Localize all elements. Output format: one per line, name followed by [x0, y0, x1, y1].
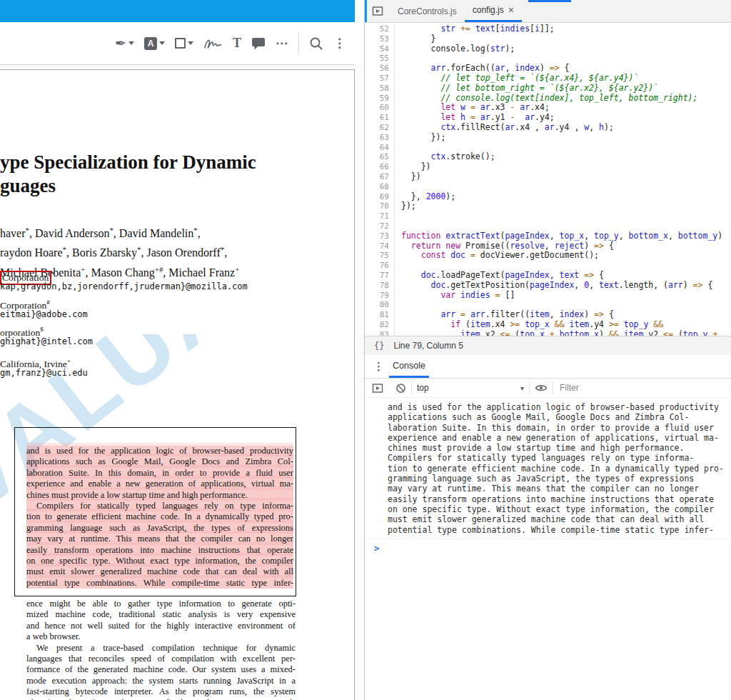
javascript-context-select[interactable]: top ▾ [417, 383, 524, 393]
code-text: return new Promise((resolve, reject) => … [395, 241, 614, 251]
comment-tool-button[interactable] [251, 36, 266, 50]
abstract-highlighted-line: potential type combinations. While compi… [26, 578, 293, 589]
line-number[interactable]: 61 [365, 113, 395, 123]
code-text [395, 221, 401, 231]
code-line[interactable]: 69 }, 2000); [365, 192, 731, 202]
line-number[interactable]: 59 [365, 94, 395, 104]
show-console-sidebar-button[interactable] [370, 383, 385, 394]
line-number[interactable]: 80 [365, 300, 395, 310]
line-number[interactable]: 63 [365, 133, 395, 143]
line-number[interactable]: 75 [365, 251, 395, 261]
line-number[interactable]: 81 [365, 310, 395, 320]
code-line[interactable]: 59 // console.log(text[index], top_left,… [365, 94, 731, 104]
code-line[interactable]: 67 }) [365, 172, 731, 182]
line-number[interactable]: 67 [365, 172, 395, 182]
highlighter-tool-button[interactable]: ✒ [115, 36, 134, 50]
shape-tool-button[interactable] [175, 38, 193, 49]
code-line[interactable]: 57 // let top_left = `(${ar.x4}, ${ar.y4… [365, 74, 731, 84]
line-number[interactable]: 52 [365, 24, 395, 34]
affiliation-email: kap,graydon,bz,jorendorff,jruderman}@moz… [0, 281, 248, 291]
code-line[interactable]: 53 } [365, 34, 731, 44]
line-number[interactable]: 54 [365, 44, 395, 54]
freetext-tool-button[interactable]: A [144, 37, 165, 50]
live-expression-button[interactable] [535, 383, 548, 393]
show-navigator-button[interactable] [365, 0, 390, 22]
pdf-document-area[interactable]: EVALUATION ype Specialization for Dynami… [0, 65, 364, 700]
line-number[interactable]: 73 [365, 231, 395, 241]
code-line[interactable]: 61 let h = ar.y1 - ar.y4; [365, 113, 731, 123]
line-number[interactable]: 82 [365, 320, 395, 330]
code-line[interactable]: 52 str += text[indies[i]]; [365, 24, 731, 34]
code-line[interactable]: 82 if (item.x4 >= top_x && item.y4 >= to… [365, 320, 731, 330]
line-number[interactable]: 57 [365, 74, 395, 84]
code-line[interactable]: 76 [365, 261, 731, 271]
console-text-line: easily transform operations into machine… [388, 494, 731, 504]
code-line[interactable]: 65 ctx.stroke(); [365, 152, 731, 162]
tab-console[interactable]: Console [389, 355, 429, 378]
line-number[interactable]: 79 [365, 291, 395, 301]
tab-corecontrols-js[interactable]: CoreControls.js [390, 0, 465, 22]
line-number[interactable]: 70 [365, 201, 395, 211]
line-number[interactable]: 56 [365, 64, 395, 74]
code-line[interactable]: 62 ctx.fillRect(ar.x4 , ar.y4 , w, h); [365, 123, 731, 133]
line-number[interactable]: 53 [365, 34, 395, 44]
code-line[interactable]: 70}); [365, 201, 731, 211]
code-line[interactable]: 56 arr.forEach((ar, index) => { [365, 64, 731, 74]
code-line[interactable]: 55 [365, 54, 731, 64]
drawer-menu-icon[interactable]: ⋮ [373, 360, 389, 373]
code-line[interactable]: 54 console.log(str); [365, 44, 731, 54]
line-number[interactable]: 77 [365, 271, 395, 281]
abstract-highlighted-line: easily transform operations into machine… [26, 545, 293, 556]
line-number[interactable]: 64 [365, 143, 395, 153]
console-filter-input[interactable] [558, 382, 687, 394]
code-line[interactable]: 71 [365, 211, 731, 221]
pdf-page: EVALUATION ype Specialization for Dynami… [0, 69, 355, 700]
line-number[interactable]: 58 [365, 84, 395, 94]
console-prompt-row[interactable]: > [365, 539, 731, 554]
line-number[interactable]: 60 [365, 103, 395, 113]
code-line[interactable]: 73function extractText(pageIndex, top_x,… [365, 231, 731, 241]
pretty-print-icon[interactable]: {} [374, 341, 384, 351]
code-line[interactable]: 58 // let bottom_right = `(${ar.x2}, ${a… [365, 84, 731, 94]
line-number[interactable]: 74 [365, 241, 395, 251]
search-button[interactable] [309, 36, 323, 51]
code-text: const doc = docViewer.getDocument(); [395, 251, 599, 261]
code-line[interactable]: 63 }); [365, 133, 731, 143]
close-icon[interactable]: × [508, 5, 514, 15]
line-number[interactable]: 68 [365, 182, 395, 192]
line-number[interactable]: 78 [365, 281, 395, 291]
code-line[interactable]: 64 [365, 143, 731, 153]
code-line[interactable]: 66 }) [365, 162, 731, 172]
line-number[interactable]: 83 [365, 330, 395, 336]
line-number[interactable]: 62 [365, 123, 395, 133]
ellipsis-icon: ⋯ [276, 36, 288, 51]
code-line[interactable]: 80 [365, 300, 731, 310]
line-number[interactable]: 76 [365, 261, 395, 271]
tab-config-js[interactable]: config.js × [465, 0, 522, 22]
code-line[interactable]: 78 doc.getTextPosition(pageIndex, 0, tex… [365, 281, 731, 291]
line-number[interactable]: 72 [365, 221, 395, 231]
line-number[interactable]: 55 [365, 54, 395, 64]
code-editor[interactable]: 52 str += text[indies[i]];53 }54 console… [365, 23, 731, 336]
code-text [395, 182, 401, 192]
signature-tool-button[interactable] [203, 37, 223, 50]
code-line[interactable]: 75 const doc = docViewer.getDocument(); [365, 251, 731, 261]
line-number[interactable]: 66 [365, 162, 395, 172]
code-line[interactable]: 60 let w = ar.x3 - ar.x4; [365, 103, 731, 113]
code-line[interactable]: 83 item.x2 <= (top_x + bottom_x) && item… [365, 330, 731, 336]
more-tools-button[interactable]: ⋯ [276, 36, 288, 51]
line-number[interactable]: 65 [365, 152, 395, 162]
code-line[interactable]: 72 [365, 221, 731, 231]
code-line[interactable]: 79 var indies = [] [365, 291, 731, 301]
freetext-icon: A [144, 37, 157, 50]
line-number[interactable]: 69 [365, 192, 395, 202]
console-output[interactable]: and is used for the application logic of… [365, 398, 731, 554]
clear-console-button[interactable] [395, 383, 406, 394]
overflow-menu-button[interactable]: ⋮ [333, 36, 346, 51]
code-line[interactable]: 68 [365, 182, 731, 192]
line-number[interactable]: 71 [365, 211, 395, 221]
code-line[interactable]: 77 doc.loadPageText(pageIndex, text => { [365, 271, 731, 281]
code-line[interactable]: 74 return new Promise((resolve, reject) … [365, 241, 731, 251]
code-line[interactable]: 81 arr = arr.filter((item, index) => { [365, 310, 731, 320]
text-tool-button[interactable]: T [233, 36, 241, 51]
